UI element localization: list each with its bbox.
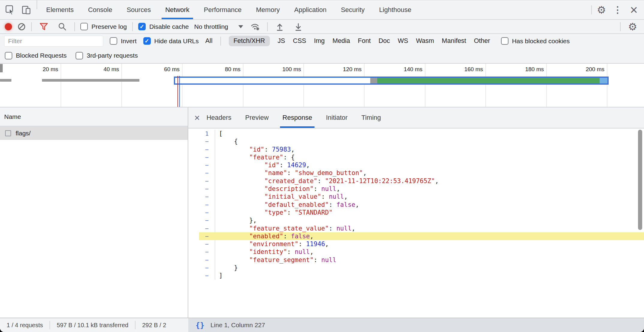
fold-marker-icon[interactable]: − (188, 216, 215, 224)
code-content: "enabled": false, (215, 232, 314, 240)
code-content: "feature_state_value": null, (215, 225, 355, 232)
fold-marker-icon[interactable]: − (188, 193, 215, 201)
checkbox-unchecked[interactable] (5, 52, 12, 59)
settings-gear-icon[interactable]: ⚙ (595, 3, 608, 17)
detail-tab-response[interactable]: Response (280, 107, 315, 128)
fold-marker-icon[interactable]: − (188, 153, 215, 161)
fold-marker-icon[interactable]: − (188, 201, 215, 209)
checkbox-unchecked[interactable] (80, 23, 88, 30)
filter-type-js[interactable]: JS (278, 37, 285, 45)
tab-application[interactable]: Application (287, 0, 334, 19)
more-options-icon[interactable]: ⋮ (611, 3, 624, 17)
timeline-tick-label: 80 ms (195, 66, 240, 73)
tab-security[interactable]: Security (334, 0, 372, 19)
inspect-element-icon[interactable] (4, 3, 17, 17)
fold-marker-icon[interactable]: − (188, 169, 215, 177)
checkbox-checked[interactable] (138, 23, 146, 30)
preserve-log-checkbox[interactable]: Preserve log (80, 23, 127, 30)
devtools-window: ElementsConsoleSourcesNetworkPerformance… (0, 0, 644, 332)
detail-tab-initiator[interactable]: Initiator (323, 107, 350, 128)
editor-scrollbar[interactable] (638, 130, 642, 230)
fold-marker-icon[interactable]: − (188, 185, 215, 193)
code-line-10: − "default_enabled": false, (188, 201, 644, 209)
detail-tab-timing[interactable]: Timing (359, 107, 383, 128)
invert-checkbox[interactable]: Invert (110, 37, 137, 45)
checkbox-unchecked[interactable] (76, 52, 83, 59)
fold-marker-icon[interactable]: − (188, 264, 215, 272)
tab-lighthouse[interactable]: Lighthouse (372, 0, 419, 19)
filter-type-img[interactable]: Img (314, 37, 325, 45)
filter-type-media[interactable]: Media (332, 37, 350, 45)
waterfall-segment (600, 78, 607, 83)
fold-marker-icon[interactable]: − (188, 161, 215, 169)
close-detail-icon[interactable]: × (194, 107, 200, 128)
fold-marker-icon[interactable]: − (188, 225, 215, 232)
third-party-requests-checkbox[interactable]: 3rd-party requests (76, 52, 138, 59)
checkbox-checked[interactable] (143, 37, 151, 45)
name-column-header[interactable]: Name (0, 107, 188, 126)
tab-elements[interactable]: Elements (39, 0, 81, 19)
disable-cache-label: Disable cache (149, 23, 189, 30)
fold-marker-icon[interactable]: − (188, 272, 215, 279)
tab-sources[interactable]: Sources (119, 0, 158, 19)
fold-marker-icon[interactable]: − (188, 209, 215, 216)
filter-type-other[interactable]: Other (474, 37, 490, 45)
request-bar-clipped (0, 64, 3, 72)
selected-request-waterfall-bar[interactable] (174, 77, 609, 85)
network-settings-gear-icon[interactable]: ⚙ (626, 20, 639, 33)
fold-marker-icon[interactable]: − (188, 248, 215, 256)
timeline-tick-label: 120 ms (317, 66, 362, 73)
filter-type-doc[interactable]: Doc (379, 37, 390, 45)
checkbox-unchecked[interactable] (501, 37, 508, 45)
import-har-icon[interactable] (273, 20, 286, 33)
filter-type-font[interactable]: Font (358, 37, 371, 45)
device-toolbar-icon[interactable] (20, 3, 33, 17)
fold-marker-icon[interactable]: − (188, 240, 215, 248)
network-conditions-icon[interactable] (249, 20, 262, 33)
detail-tab-preview[interactable]: Preview (243, 107, 271, 128)
code-content: "default_enabled": false, (215, 201, 359, 209)
export-har-icon[interactable] (292, 20, 305, 33)
fold-marker-icon[interactable]: − (188, 256, 215, 264)
timeline-tick-label: 60 ms (135, 66, 180, 73)
record-network-log-button[interactable] (5, 23, 12, 30)
filter-type-wasm[interactable]: Wasm (416, 37, 434, 45)
blocked-requests-checkbox[interactable]: Blocked Requests (5, 52, 67, 59)
fold-marker-icon[interactable]: − (188, 177, 215, 185)
timeline-tick-label: 200 ms (559, 66, 604, 73)
timeline-tick-label: 140 ms (377, 66, 422, 73)
disable-cache-checkbox[interactable]: Disable cache (138, 23, 189, 30)
hide-data-urls-checkbox[interactable]: Hide data URLs (143, 37, 199, 45)
filter-type-all[interactable]: All (205, 37, 213, 45)
checkbox-unchecked[interactable] (110, 37, 117, 45)
dcl-marker (177, 76, 178, 107)
timeline-tick-label: 100 ms (256, 66, 301, 73)
clear-network-log-icon[interactable] (17, 23, 26, 31)
filter-type-ws[interactable]: WS (398, 37, 408, 45)
request-row-flags[interactable]: flags/ (0, 126, 188, 140)
tab-console[interactable]: Console (81, 0, 120, 19)
tab-memory[interactable]: Memory (249, 0, 287, 19)
filter-type-fetch-xhr[interactable]: Fetch/XHR (229, 36, 270, 46)
toolbar-separator (31, 22, 32, 31)
blocked-requests-label: Blocked Requests (16, 52, 67, 59)
close-devtools-icon[interactable]: × (627, 3, 640, 17)
filter-type-css[interactable]: CSS (293, 37, 306, 45)
detail-tab-headers[interactable]: Headers (204, 107, 234, 128)
pretty-print-braces-icon[interactable]: {} (195, 321, 204, 329)
fold-marker-icon[interactable]: − (188, 146, 215, 153)
fold-marker-icon[interactable]: − (188, 232, 215, 240)
fold-marker-icon[interactable]: − (188, 137, 215, 145)
throttling-select[interactable]: No throttling (194, 23, 243, 30)
has-blocked-cookies-checkbox[interactable]: Has blocked cookies (501, 37, 570, 45)
request-bar-gray-2 (42, 79, 139, 82)
filter-type-manifest[interactable]: Manifest (442, 37, 466, 45)
network-overview-timeline[interactable]: 20 ms40 ms60 ms80 ms100 ms120 ms140 ms16… (0, 64, 644, 107)
filter-input[interactable] (4, 36, 103, 47)
search-icon[interactable] (56, 20, 69, 33)
tab-performance[interactable]: Performance (197, 0, 249, 19)
response-editor: 1[− {− "id": 75983,− "feature": {− "id":… (188, 128, 644, 318)
timeline-gridline (303, 64, 304, 107)
filter-funnel-icon[interactable] (37, 20, 50, 33)
tab-network[interactable]: Network (158, 0, 197, 19)
